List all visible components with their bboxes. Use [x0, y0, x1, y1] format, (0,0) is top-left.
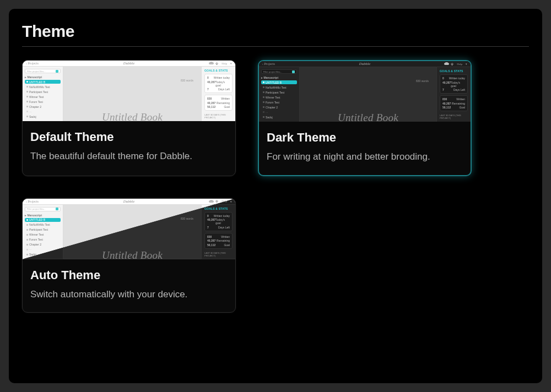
section-title: Theme	[22, 22, 529, 41]
theme-grid: ‹ Projects Dabble ⏻Help ▾ Filter project…	[22, 60, 529, 313]
theme-card-desc: The beautiful default theme for Dabble.	[30, 150, 228, 164]
theme-card-desc: Switch automatically with your device.	[30, 288, 228, 302]
theme-preview-auto: ‹ Projects Dabble ⏻Help ▾ Filter project…	[23, 199, 235, 259]
theme-card-default[interactable]: ‹ Projects Dabble ⏻Help ▾ Filter project…	[22, 60, 236, 176]
cloud-icon	[444, 63, 447, 65]
theme-card-desc: For writing at night and better brooding…	[267, 150, 463, 164]
theme-card-dark[interactable]: ‹ Projects Dabble ⏻Help ▾ Filter project…	[258, 60, 472, 176]
preview-app-name: Dabble	[123, 61, 135, 66]
preview-topbar-right: ⏻Help ▾	[209, 62, 232, 65]
preview-editor: 830 words Untitled Book	[63, 67, 201, 121]
theme-card-title: Default Theme	[30, 130, 228, 144]
theme-preview-dark: ‹ Projects Dabble ⏻Help ▾ Filter project…	[259, 61, 471, 122]
cloud-icon	[209, 200, 212, 203]
preview-right-panel: GOALS & STATS 0Written today 40,287Today…	[201, 67, 235, 121]
theme-card-auto[interactable]: ‹ Projects Dabble ⏻Help ▾ Filter project…	[22, 198, 236, 313]
cloud-icon	[209, 62, 212, 64]
divider	[22, 46, 529, 47]
theme-settings-panel: Theme ‹ Projects Dabble ⏻Help ▾ Filter p…	[9, 9, 542, 383]
preview-projects-label: ‹ Projects	[26, 62, 39, 65]
theme-card-title: Dark Theme	[267, 130, 463, 145]
preview-sidebar: Filter project files... ▸ Manuscript UNT…	[23, 67, 63, 121]
theme-preview-default: ‹ Projects Dabble ⏻Help ▾ Filter project…	[23, 61, 235, 121]
theme-card-title: Auto Theme	[30, 268, 228, 282]
